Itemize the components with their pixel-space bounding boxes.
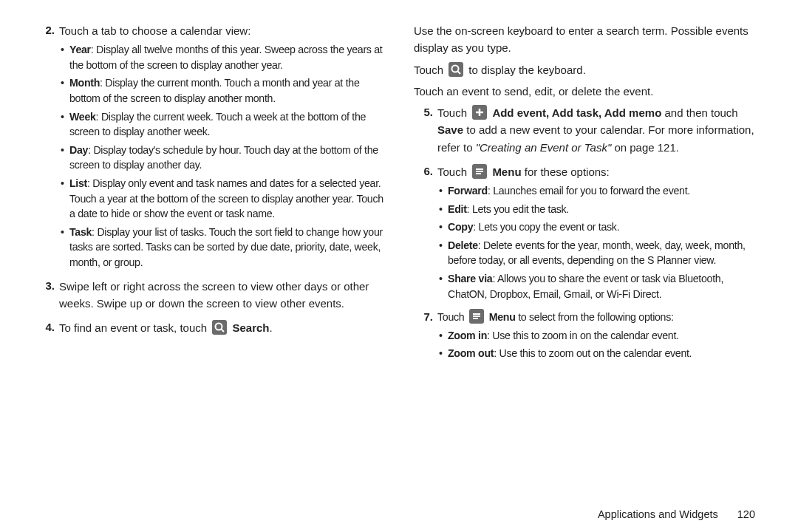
bullet-text: : Display all twelve months of this year… [69,44,382,71]
step-2-intro: Touch a tab to choose a calendar view: [59,22,384,39]
bullet-month: Month: Display the current month. Touch … [59,75,384,106]
section-title: Applications and Widgets [598,508,718,520]
step-4-continuation: Use the on-screen keyboard to enter a se… [414,22,763,100]
svg-point-2 [452,65,459,72]
bullet-list: List: Display only event and task names … [59,176,384,222]
svg-line-1 [222,330,225,332]
step-5-touch: Touch [437,106,470,119]
step-5-rest3: on page 121. [611,141,679,154]
bullet-forward: Forward: Launches email for you to forwa… [437,183,763,199]
page-number: 120 [737,508,755,520]
bullet-text: : Display your list of tasks. Touch the … [69,226,383,268]
page: 2. Touch a tab to choose a calendar view… [0,0,798,508]
bullet-text: : Use this to zoom out on the calendar e… [494,347,692,359]
svg-line-3 [458,71,461,74]
bullet-edit: Edit: Lets you edit the task. [437,202,763,217]
plus-icon [472,105,487,120]
step-2: 2. Touch a tab to choose a calendar view… [35,22,384,273]
right-column: Use the on-screen keyboard to enter a se… [399,22,763,501]
bullet-zoom-in: Zoom in: Use this to zoom in on the cale… [437,328,763,344]
bullet-text: : Use this to zoom in on the calendar ev… [487,330,679,341]
step-4-post: . [270,321,273,334]
bullet-task: Task: Display your list of tasks. Touch … [59,225,384,270]
bullet-text: : Lets you copy the event or task. [473,221,619,233]
bullet-text: : Delete events for the year, month, wee… [448,239,746,267]
bullet-label: Zoom in [448,330,487,341]
bullet-year: Year: Display all twelve months of this … [59,42,384,72]
cont-line1: Use the on-screen keyboard to enter a se… [414,22,763,57]
bullet-delete: Delete: Delete events for the year, mont… [437,238,763,268]
step-number: 4. [35,319,59,339]
bullet-label: Day [69,144,88,156]
menu-icon [469,309,484,324]
bullet-text: : Display the current month. Touch a mon… [69,77,359,104]
step-6-touch: Touch [437,166,470,178]
bullet-label: Week [69,111,96,123]
bullet-label: List [69,177,87,189]
bullet-share: Share via: Allows you to share the event… [437,271,763,301]
menu-icon [472,164,487,179]
step-number: 6. [414,163,437,304]
bullet-text: : Lets you edit the task. [467,203,569,215]
step-4: 4. To find an event or task, touch Searc… [35,319,384,339]
step-7: 7. Touch Menu to select from the followi… [414,309,763,364]
bullet-label: Month [69,77,100,89]
bullet-label: Year [69,44,91,55]
step-7-text: Touch Menu to select from the following … [437,309,763,325]
step-7-after: to select from the following options: [516,311,674,323]
bullet-text: : Display today's schedule by hour. Touc… [69,144,378,171]
cont-line3: Touch an event to send, edit, or delete … [414,83,763,100]
step-5-italic: "Creating an Event or Task" [476,141,612,154]
step-5-text: Touch Add event, Add task, Add memo and … [437,104,763,156]
svg-point-0 [216,324,222,330]
step-3-text: Swipe left or right across the screen to… [59,278,384,313]
step-3: 3. Swipe left or right across the screen… [35,278,384,316]
bullet-label: Zoom out [448,347,494,359]
bullet-zoom-out: Zoom out: Use this to zoom out on the ca… [437,346,763,361]
step-5-save: Save [437,123,463,136]
step-7-touch: Touch [437,311,467,323]
step-number: 3. [35,278,59,316]
step-4-text: To find an event or task, touch Search. [59,319,384,336]
step-number: 7. [414,309,437,364]
search-icon [449,62,463,77]
page-footer: Applications and Widgets 120 [0,508,798,520]
bullet-day: Day: Display today's schedule by hour. T… [59,143,384,173]
step-6-text: Touch Menu for these options: [437,163,763,180]
step-number: 5. [414,104,437,159]
bullet-label: Edit [448,203,467,215]
menu-label: Menu [489,311,516,323]
bullet-label: Share via [448,273,492,284]
search-icon [212,320,227,335]
bullet-text: : Launches email for you to forward the … [488,185,690,197]
bullet-label: Task [69,226,92,238]
step-5-rest1: and then touch [661,106,737,119]
step-6: 6. Touch Menu for these options: Forward… [414,163,763,304]
cont-touch-post: to display the keyboard. [466,64,586,76]
cont-touch-pre: Touch [414,64,446,76]
step-4-pre: To find an event or task, touch [59,321,210,334]
bullet-copy: Copy: Lets you copy the event or task. [437,219,763,235]
menu-label: Menu [492,166,521,178]
step-6-after: for these options: [522,166,610,178]
bullet-text: : Display the current week. Touch a week… [69,111,366,138]
bullet-label: Delete [448,239,478,251]
search-label: Search [232,321,269,334]
step-5: 5. Touch Add event, Add task, Add memo a… [414,104,763,159]
bullet-week: Week: Display the current week. Touch a … [59,109,384,140]
step-number: 2. [35,22,59,273]
left-column: 2. Touch a tab to choose a calendar view… [35,22,399,501]
bullet-label: Forward [448,185,488,197]
step-5-bold: Add event, Add task, Add memo [492,106,661,119]
bullet-text: : Display only event and task names and … [69,177,383,219]
bullet-label: Copy [448,221,473,233]
cont-line2: Touch to display the keyboard. [414,61,763,78]
